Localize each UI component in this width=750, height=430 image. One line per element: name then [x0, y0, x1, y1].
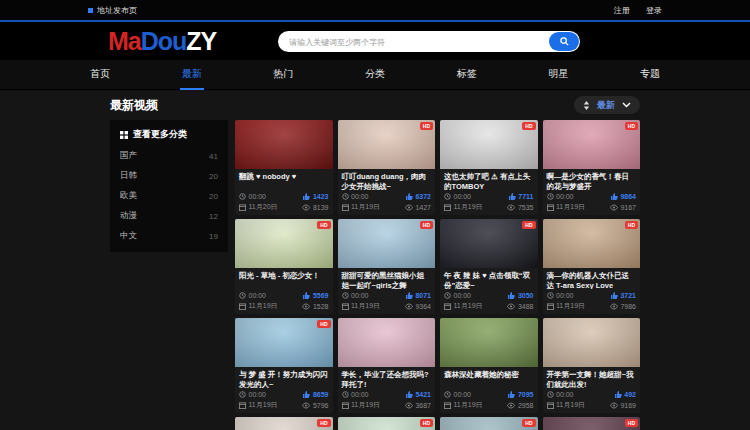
nav-tab[interactable]: 明星	[546, 60, 570, 90]
nav-tab[interactable]: 最新	[180, 60, 204, 90]
video-thumbnail[interactable]: HD	[440, 120, 538, 169]
eye-icon	[302, 303, 310, 310]
nav-tab[interactable]: 首页	[88, 60, 112, 90]
nav-tab[interactable]: 分类	[363, 60, 387, 90]
category-count: 19	[209, 232, 218, 241]
video-stats: 00:00 5569 11月19日 1528	[235, 289, 333, 314]
video-thumbnail[interactable]	[543, 318, 641, 367]
like-count[interactable]: 7711	[509, 193, 534, 200]
category-item[interactable]: 国产 41	[120, 146, 218, 166]
video-thumbnail[interactable]: HD	[235, 219, 333, 268]
main-nav: 首页最新热门分类标签明星专题	[0, 60, 750, 90]
category-sidebar: 查看更多分类 国产 41 日韩 20 欧美 20 动漫 12 中文 19	[110, 120, 228, 252]
video-thumbnail[interactable]: HD	[338, 219, 436, 268]
like-count[interactable]: 3721	[611, 292, 636, 299]
eye-icon	[507, 402, 515, 409]
video-thumbnail[interactable]: HD	[235, 417, 333, 430]
video-title[interactable]: 午 夜 辣 妹 ♥ 点击领取“双份”恋爱~	[440, 268, 538, 289]
video-thumbnail[interactable]	[235, 120, 333, 169]
like-count[interactable]: 5421	[406, 391, 431, 398]
like-count[interactable]: 7095	[508, 391, 533, 398]
category-item[interactable]: 日韩 20	[120, 166, 218, 186]
video-card[interactable]: 开学第一支舞！她超甜~我们就此出发! 00:00 492 11月19日	[543, 318, 641, 413]
section-title: 最新视频	[110, 97, 158, 114]
category-item[interactable]: 动漫 12	[120, 206, 218, 226]
video-title[interactable]: 开学第一支舞！她超甜~我们就此出发!	[543, 367, 641, 388]
video-card[interactable]: HD	[338, 417, 436, 430]
like-count[interactable]: 5569	[303, 292, 328, 299]
video-card[interactable]: HD 与 梦 盛 开！努力成为闪闪发光的人~ 00:00 8659 11月19日	[235, 318, 333, 413]
video-title[interactable]: 甜甜可爱的黑丝猫娘小姐姐一起吖~girls之舞	[338, 268, 436, 289]
video-card[interactable]: HD 午 夜 辣 妹 ♥ 点击领取“双份”恋爱~ 00:00 3050 11月1…	[440, 219, 538, 314]
video-thumbnail[interactable]	[338, 318, 436, 367]
upload-date: 11月19日	[547, 400, 586, 410]
like-count[interactable]: 1423	[303, 193, 328, 200]
video-card[interactable]: HD 这也太帅了吧 ⚠ 有点上头的TOMBOY 00:00 7711 11月19…	[440, 120, 538, 215]
upload-date: 11月19日	[342, 301, 381, 311]
video-thumbnail[interactable]: HD	[543, 417, 641, 430]
video-title[interactable]: 与 梦 盛 开！努力成为闪闪发光的人~	[235, 367, 333, 388]
view-count: 7535	[507, 204, 533, 211]
category-item[interactable]: 欧美 20	[120, 186, 218, 206]
video-thumbnail[interactable]: HD	[235, 318, 333, 367]
search-button[interactable]	[549, 32, 579, 51]
logo-part-red: Ma	[108, 27, 141, 55]
video-title[interactable]: 滴—你的机器人女仆已送达 T-ara Sexy Love	[543, 268, 641, 289]
video-duration: 00:00	[239, 193, 266, 200]
clock-icon	[444, 391, 451, 398]
video-card[interactable]: 翻跳 ♥ nobody ♥ 00:00 1423 11月20日	[235, 120, 333, 215]
video-thumbnail[interactable]: HD	[338, 120, 436, 169]
view-count: 9169	[610, 402, 636, 409]
view-count: 1427	[405, 204, 431, 211]
clock-icon	[239, 193, 246, 200]
video-title[interactable]: 啊—是少女的香气！春日的花与梦盛开	[543, 169, 641, 190]
sort-dropdown[interactable]: 最新	[574, 96, 640, 114]
video-title[interactable]: 这也太帅了吧 ⚠ 有点上头的TOMBOY	[440, 169, 538, 190]
video-card[interactable]: HD	[543, 417, 641, 430]
upload-date: 11月19日	[547, 202, 586, 212]
nav-tab-label: 标签	[457, 67, 477, 81]
video-duration: 00:00	[342, 391, 369, 398]
video-card[interactable]: HD	[235, 417, 333, 430]
view-count: 5796	[302, 402, 328, 409]
hd-badge: HD	[317, 221, 330, 229]
nav-tab[interactable]: 标签	[455, 60, 479, 90]
upload-date: 11月19日	[239, 301, 278, 311]
video-card[interactable]: HD 滴—你的机器人女仆已送达 T-ara Sexy Love 00:00 37…	[543, 219, 641, 314]
like-count[interactable]: 9864	[611, 193, 636, 200]
login-link[interactable]: 登录	[646, 5, 662, 16]
video-card[interactable]: HD 甜甜可爱的黑丝猫娘小姐姐一起吖~girls之舞 00:00 8071 11…	[338, 219, 436, 314]
clock-icon	[547, 193, 554, 200]
nav-tab[interactable]: 专题	[638, 60, 662, 90]
like-count[interactable]: 3050	[508, 292, 533, 299]
register-link[interactable]: 注册	[614, 5, 630, 16]
video-card[interactable]: 森林深处藏着她的秘密 00:00 7095 11月19日	[440, 318, 538, 413]
video-thumbnail[interactable]	[440, 318, 538, 367]
video-thumbnail[interactable]: HD	[543, 219, 641, 268]
clock-icon	[342, 292, 349, 299]
video-card[interactable]: 学长，毕业了还会想我吗? 拜托了! 00:00 5421 11月19日	[338, 318, 436, 413]
video-thumbnail[interactable]: HD	[440, 219, 538, 268]
video-card[interactable]: HD 叮叮duang duang，肉肉少女开始挑战~ 00:00 6372 11…	[338, 120, 436, 215]
video-card[interactable]: HD 啊—是少女的香气！春日的花与梦盛开 00:00 9864 11月19日	[543, 120, 641, 215]
video-title[interactable]: 学长，毕业了还会想我吗? 拜托了!	[338, 367, 436, 388]
video-title[interactable]: 翻跳 ♥ nobody ♥	[235, 169, 333, 190]
like-count[interactable]: 8659	[303, 391, 328, 398]
search-input[interactable]	[278, 32, 580, 53]
video-title[interactable]: 森林深处藏着她的秘密	[440, 367, 538, 388]
video-thumbnail[interactable]: HD	[440, 417, 538, 430]
video-thumbnail[interactable]: HD	[543, 120, 641, 169]
address-publish-link[interactable]: 地址发布页	[88, 5, 137, 16]
like-count[interactable]: 492	[615, 391, 636, 398]
site-logo[interactable]: MaDouZY	[108, 27, 216, 56]
like-count[interactable]: 8071	[406, 292, 431, 299]
video-card[interactable]: HD	[440, 417, 538, 430]
like-count[interactable]: 6372	[406, 193, 431, 200]
nav-tab[interactable]: 热门	[271, 60, 295, 90]
video-card[interactable]: HD 阳光 - 草地 - 初恋少女！ 00:00 5569 11月19日	[235, 219, 333, 314]
site-header: MaDouZY	[0, 22, 750, 60]
category-item[interactable]: 中文 19	[120, 226, 218, 246]
video-title[interactable]: 阳光 - 草地 - 初恋少女！	[235, 268, 333, 289]
video-thumbnail[interactable]: HD	[338, 417, 436, 430]
video-title[interactable]: 叮叮duang duang，肉肉少女开始挑战~	[338, 169, 436, 190]
